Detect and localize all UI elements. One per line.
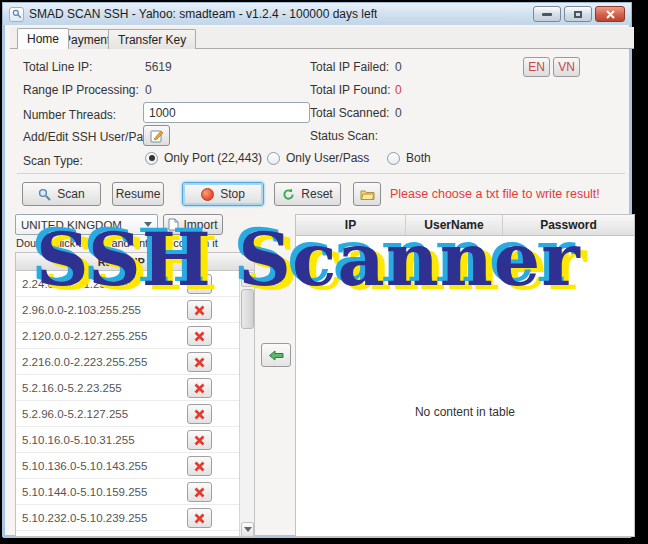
document-icon — [168, 218, 179, 231]
minimize-button[interactable] — [533, 6, 561, 22]
red-x-icon — [194, 487, 205, 498]
number-threads-input[interactable] — [143, 102, 310, 123]
ip-range-row[interactable]: 5.10.16.0-5.10.31.255 — [16, 427, 254, 453]
ip-range-text: 5.2.16.0-5.2.23.255 — [22, 382, 122, 394]
scan-type-label: Scan Type: — [23, 154, 83, 168]
delete-range-button[interactable] — [187, 300, 212, 320]
resume-button[interactable]: Resume — [112, 182, 164, 206]
ip-range-row[interactable]: 2.120.0.0-2.127.255.255 — [16, 323, 254, 349]
ip-range-text: 5.10.144.0-5.10.159.255 — [22, 486, 147, 498]
red-x-icon — [194, 435, 205, 446]
ip-range-text: 5.10.16.0-5.10.31.255 — [22, 434, 135, 446]
ip-range-row[interactable]: 2.216.0.0-2.223.255.255 — [16, 349, 254, 375]
column-password[interactable]: Password — [503, 215, 634, 235]
tab-strip: Home Payment Transfer Key — [10, 27, 634, 49]
ip-range-list-header[interactable]: Range IP or IP — [16, 253, 254, 271]
addedit-sshuserpass-label: Add/Edit SSH User/Pass: — [23, 130, 158, 144]
ip-range-text: 5.10.136.0-5.10.143.255 — [22, 460, 147, 472]
radio-only-userpass-label: Only User/Pass — [286, 151, 369, 165]
radio-only-port-label: Only Port (22,443) — [164, 151, 262, 165]
lang-vn-button[interactable]: VN — [553, 57, 580, 77]
edit-userpass-button[interactable] — [143, 125, 170, 146]
total-scanned-value: 0 — [395, 106, 402, 120]
radio-only-port[interactable]: Only Port (22,443) — [145, 151, 262, 165]
window-title: SMAD SCAN SSH - Yahoo: smadteam - v1.2.4… — [29, 7, 377, 21]
radio-unselected-icon — [387, 152, 400, 165]
number-threads-label: Number Threads: — [23, 108, 116, 122]
ip-range-row[interactable]: 2.24.0.0-2.31.255.255 — [16, 271, 254, 297]
total-ip-failed-value: 0 — [395, 60, 402, 74]
total-ip-failed-label: Total IP Failed: — [310, 60, 389, 74]
delete-range-button[interactable] — [187, 508, 212, 528]
ip-range-row[interactable]: 5.2.16.0-5.2.23.255 — [16, 375, 254, 401]
delete-range-button[interactable] — [187, 430, 212, 450]
lang-en-button[interactable]: EN — [523, 57, 550, 77]
ip-list-hint: Double click to edit and enter to confir… — [16, 237, 218, 249]
ip-range-row[interactable]: 2.96.0.0-2.103.255.255 — [16, 297, 254, 323]
refresh-icon — [282, 188, 295, 201]
delete-range-button[interactable] — [187, 404, 212, 424]
radio-only-userpass[interactable]: Only User/Pass — [267, 151, 369, 165]
result-file-warning: Please choose a txt file to write result… — [390, 187, 600, 201]
range-ip-processing-label: Range IP Processing: — [23, 83, 139, 97]
form-divider — [17, 173, 625, 174]
column-ip[interactable]: IP — [296, 215, 406, 235]
results-table-header: IP UserName Password — [296, 215, 634, 236]
total-scanned-label: Total Scanned: — [310, 106, 389, 120]
ip-list-scrollbar[interactable] — [239, 271, 254, 537]
scan-button[interactable]: Scan — [22, 182, 101, 206]
delete-range-button[interactable] — [187, 326, 212, 346]
country-select-value: UNITED KINGDOM — [21, 219, 122, 231]
choose-result-file-button[interactable] — [353, 182, 381, 206]
ip-range-row[interactable]: 5.10.144.0-5.10.159.255 — [16, 479, 254, 505]
edit-pencil-icon — [150, 129, 164, 143]
delete-range-button[interactable] — [187, 482, 212, 502]
title-bar[interactable]: SMAD SCAN SSH - Yahoo: smadteam - v1.2.4… — [2, 2, 632, 25]
arrow-left-icon — [268, 350, 284, 361]
ip-range-text: 2.24.0.0-2.31.255.255 — [22, 278, 135, 290]
app-window: Home Payment Transfer Key Total Line IP:… — [2, 2, 632, 538]
red-x-icon — [194, 461, 205, 472]
tab-home[interactable]: Home — [17, 28, 69, 49]
reset-button-label: Reset — [301, 187, 332, 201]
ip-range-row[interactable]: 5.10.232.0-5.10.239.255 — [16, 505, 254, 531]
reset-button[interactable]: Reset — [274, 182, 341, 206]
move-left-button[interactable] — [261, 343, 291, 367]
total-line-ip-label: Total Line IP: — [23, 60, 92, 74]
total-ip-found-label: Total IP Found: — [310, 83, 391, 97]
scrollbar-thumb[interactable] — [241, 289, 254, 329]
screenshot-stage: Home Payment Transfer Key Total Line IP:… — [0, 0, 648, 544]
chevron-down-icon — [144, 222, 152, 227]
radio-both[interactable]: Both — [387, 151, 431, 165]
column-username[interactable]: UserName — [406, 215, 503, 235]
ip-range-text: 2.216.0.0-2.223.255.255 — [22, 356, 147, 368]
stop-button[interactable]: Stop — [182, 182, 264, 206]
red-x-icon — [194, 279, 205, 290]
ip-range-list: 2.24.0.0-2.31.255.2552.96.0.0-2.103.255.… — [16, 271, 254, 531]
scroll-down-icon[interactable] — [241, 522, 254, 537]
ip-range-row[interactable]: 5.2.96.0-5.2.127.255 — [16, 401, 254, 427]
delete-range-button[interactable] — [187, 352, 212, 372]
scan-button-label: Scan — [57, 187, 84, 201]
stop-circle-icon — [201, 188, 214, 201]
ip-range-text: 5.10.232.0-5.10.239.255 — [22, 512, 147, 524]
magnifier-icon — [38, 188, 51, 201]
ip-range-panel: Range IP or IP 2.24.0.0-2.31.255.2552.96… — [15, 252, 255, 537]
country-select[interactable]: UNITED KINGDOM — [15, 214, 158, 235]
results-table: IP UserName Password No content in table — [295, 214, 635, 537]
app-magnifier-icon — [9, 7, 24, 22]
radio-both-label: Both — [406, 151, 431, 165]
delete-range-button[interactable] — [187, 274, 212, 294]
resume-button-label: Resume — [116, 187, 161, 201]
radio-unselected-icon — [267, 152, 280, 165]
import-button[interactable]: Import — [163, 214, 223, 235]
tab-transfer-key[interactable]: Transfer Key — [108, 29, 196, 49]
delete-range-button[interactable] — [187, 456, 212, 476]
close-button[interactable] — [595, 6, 625, 22]
ip-range-row[interactable]: 5.10.136.0-5.10.143.255 — [16, 453, 254, 479]
ip-range-text: 2.120.0.0-2.127.255.255 — [22, 330, 147, 342]
delete-range-button[interactable] — [187, 378, 212, 398]
scroll-up-icon[interactable] — [241, 272, 254, 287]
restore-button[interactable] — [564, 6, 592, 22]
empty-table-message: No content in table — [296, 405, 634, 419]
